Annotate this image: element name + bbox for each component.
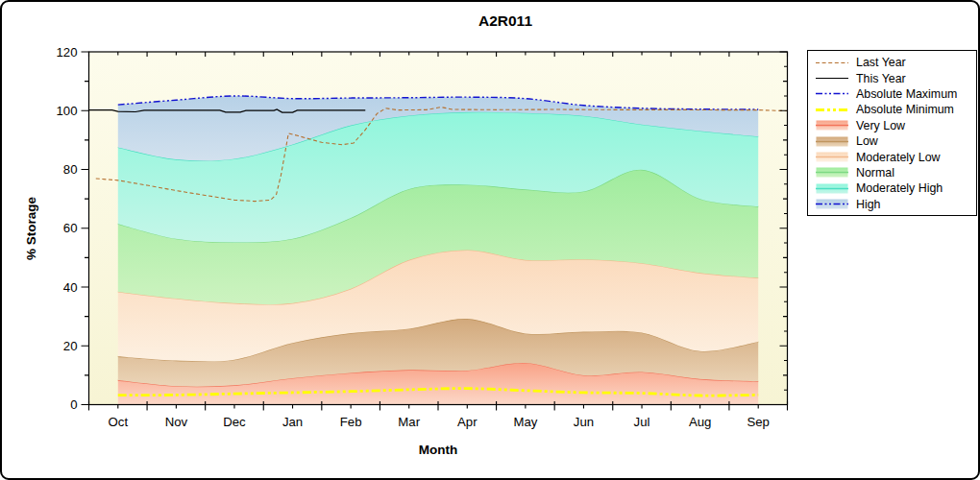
x-tick-label: Jan (282, 415, 303, 429)
legend-item-absolute-minimum: Absolute Minimum (816, 102, 976, 117)
legend-item-label: Absolute Minimum (856, 103, 954, 116)
legend-item-very-low: Very Low (816, 118, 976, 133)
x-tick-label: Jul (634, 415, 650, 429)
legend-swatch-icon (816, 182, 848, 195)
legend-item-label: Last Year (856, 56, 906, 69)
legend-item-label: Very Low (856, 119, 905, 132)
legend-item-label: High (856, 198, 880, 211)
legend-item-label: Moderately Low (856, 151, 940, 164)
x-tick-label: Aug (689, 415, 711, 429)
legend-swatch-icon (816, 151, 848, 163)
legend-item-moderately-high: Moderately High (816, 180, 976, 196)
legend-swatch-icon (816, 198, 848, 210)
y-tick-label: 40 (63, 280, 78, 295)
x-tick-label: Mar (398, 415, 420, 429)
y-tick-label: 80 (63, 162, 78, 177)
x-tick-label: Oct (109, 415, 129, 429)
legend-swatch-icon (816, 87, 848, 100)
legend-item-label: This Year (856, 72, 906, 85)
legend-item-label: Absolute Maximum (856, 87, 957, 101)
legend-item-low: Low (816, 133, 976, 149)
x-tick-label: Jun (574, 415, 594, 429)
legend-item-normal: Normal (816, 165, 976, 180)
x-tick-label: Nov (165, 415, 188, 429)
legend-item-label: Low (856, 134, 878, 148)
y-tick-label: 60 (63, 221, 78, 235)
legend-swatch-icon (816, 57, 848, 69)
legend-item-this-year: This Year (816, 70, 976, 85)
x-tick-label: Dec (223, 415, 246, 429)
legend-swatch-icon (816, 166, 848, 179)
x-tick-label: May (513, 415, 537, 429)
legend-swatch-icon (816, 72, 848, 84)
legend-item-moderately-low: Moderately Low (816, 149, 976, 164)
y-tick-label: 100 (56, 104, 77, 118)
legend-item-label: Normal (856, 166, 894, 180)
plot-area (89, 96, 788, 405)
y-tick-label: 120 (56, 45, 77, 60)
legend-item-high: High (816, 197, 976, 212)
legend-box: Last YearThis YearAbsolute MaximumAbsolu… (807, 50, 977, 216)
x-tick-label: Apr (457, 415, 478, 429)
x-tick-label: Feb (340, 415, 362, 429)
x-tick-label: Sep (747, 415, 769, 429)
y-tick-label: 0 (70, 397, 77, 412)
legend-item-last-year: Last Year (816, 55, 976, 70)
legend-item-absolute-maximum: Absolute Maximum (816, 86, 976, 102)
y-tick-label: 20 (63, 339, 78, 353)
legend-swatch-icon (816, 104, 848, 116)
legend-swatch-icon (816, 135, 848, 148)
legend-swatch-icon (816, 119, 848, 132)
chart-figure: A2R011 % Storage Month 020406080100120Oc… (0, 0, 980, 480)
legend-item-label: Moderately High (856, 181, 943, 195)
